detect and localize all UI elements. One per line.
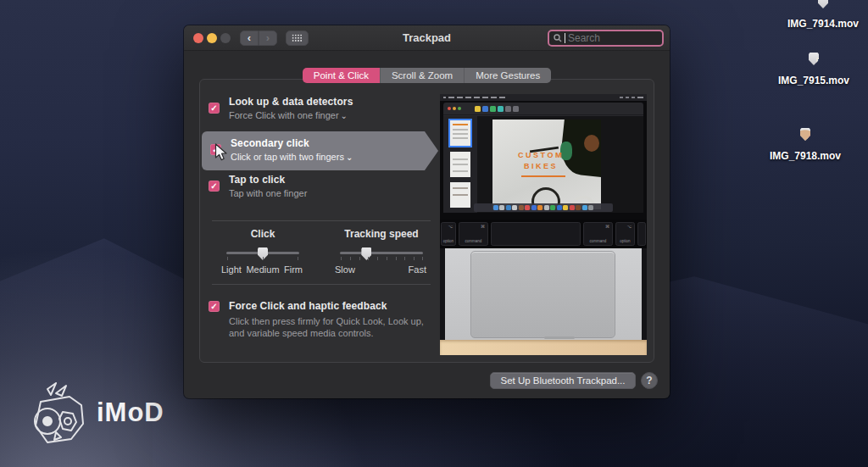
slider-ticks xyxy=(226,257,299,261)
tab-more-gestures[interactable]: More Gestures xyxy=(464,68,551,83)
setting-label: Secondary click xyxy=(231,137,353,149)
trackpad-preferences-window: ‹ › Trackpad Point & Click Scroll & Zoom… xyxy=(184,25,670,398)
demo-wooden-desk xyxy=(440,340,647,355)
setting-secondary-click: ✓ Secondary click Click or tap with two … xyxy=(210,137,353,162)
search-field[interactable] xyxy=(548,30,664,47)
slider-title: Click xyxy=(226,228,299,240)
setting-description: Click then press firmly for Quick Look, … xyxy=(229,315,431,340)
mouse-cursor xyxy=(214,143,228,162)
search-input[interactable] xyxy=(568,32,658,44)
video-thumbnail xyxy=(818,0,828,8)
tab-point-and-click[interactable]: Point & Click xyxy=(303,68,380,83)
titlebar[interactable]: ‹ › Trackpad xyxy=(184,25,670,51)
settings-panel: ✓ Look up & data detectors Force Click w… xyxy=(199,79,654,363)
video-thumbnail xyxy=(800,128,810,141)
desktop: IMG_7914.mov IMG_7915.mov IMG_7918.mov i… xyxy=(0,0,868,467)
setting-label: Look up & data detectors xyxy=(229,96,353,108)
demo-key-command-left: ⌘command xyxy=(459,222,488,246)
highlight-pointer xyxy=(425,131,438,170)
divider xyxy=(212,284,431,285)
setup-bluetooth-trackpad-button[interactable]: Set Up Bluetooth Trackpad... xyxy=(490,372,636,389)
text-caret xyxy=(565,33,565,43)
tracking-speed-slider: Tracking speed Slow Fast xyxy=(340,228,423,275)
demo-document: CUSTOM BIKES xyxy=(492,120,601,209)
setting-label: Force Click and haptic feedback xyxy=(229,300,431,312)
imod-watermark-text: iMoD xyxy=(97,398,164,428)
checkbox-look-up[interactable]: ✓ xyxy=(209,103,220,114)
slider-title: Tracking speed xyxy=(340,228,423,240)
desktop-file-img7915[interactable]: IMG_7915.mov xyxy=(765,57,863,86)
demo-spacebar xyxy=(491,222,581,246)
tab-scroll-and-zoom[interactable]: Scroll & Zoom xyxy=(380,68,464,83)
search-icon xyxy=(554,34,562,42)
file-label: IMG_7915.mov xyxy=(765,75,863,86)
setting-detail: Tap with one finger xyxy=(229,188,307,198)
desktop-file-img7914[interactable]: IMG_7914.mov xyxy=(774,0,868,30)
demo-document-area: CUSTOM BIKES xyxy=(477,116,643,213)
chevron-down-icon: ⌄ xyxy=(346,153,353,162)
tick-label-slow: Slow xyxy=(335,264,355,275)
tick-label-fast: Fast xyxy=(409,264,426,275)
setting-look-up: ✓ Look up & data detectors Force Click w… xyxy=(209,96,353,120)
setting-detail[interactable]: Force Click with one finger⌄ xyxy=(229,110,353,120)
demo-key-option-right: ⌥option xyxy=(615,222,635,246)
demo-toolbar xyxy=(443,103,643,115)
setting-detail[interactable]: Click or tap with two fingers⌄ xyxy=(231,152,353,162)
demo-menubar xyxy=(440,94,647,101)
demo-macbook-body xyxy=(440,248,647,340)
gesture-demo-video: CUSTOM BIKES ⌥option ⌘command ⌘command ⌥… xyxy=(440,94,647,355)
file-label: IMG_7914.mov xyxy=(774,18,868,30)
demo-pages-window: CUSTOM BIKES xyxy=(443,103,643,213)
demo-doc-title: CUSTOM BIKES xyxy=(492,150,589,172)
demo-dock xyxy=(474,203,613,212)
chevron-down-icon: ⌄ xyxy=(341,111,348,120)
demo-trackpad xyxy=(470,251,615,338)
gesture-tabs: Point & Click Scroll & Zoom More Gesture… xyxy=(184,68,670,83)
slider-ticks xyxy=(340,257,423,261)
checkbox-tap-to-click[interactable]: ✓ xyxy=(209,181,220,192)
demo-keyboard: ⌥option ⌘command ⌘command ⌥option xyxy=(440,220,647,248)
imod-owl-logo xyxy=(22,376,88,449)
imod-watermark: iMoD xyxy=(22,376,164,449)
file-label: IMG_7918.mov xyxy=(756,150,854,162)
setting-secondary-click-highlighted: ✓ Secondary click Click or tap with two … xyxy=(202,131,438,170)
demo-key-command-right: ⌘command xyxy=(583,222,613,246)
setting-label: Tap to click xyxy=(229,174,307,186)
slider-track[interactable] xyxy=(226,252,299,254)
video-thumbnail xyxy=(809,53,819,65)
help-button[interactable]: ? xyxy=(641,372,658,389)
setting-tap-to-click: ✓ Tap to click Tap with one finger xyxy=(209,174,307,198)
tick-label-firm: Firm xyxy=(284,264,303,275)
demo-page-thumbnails xyxy=(443,116,477,213)
click-pressure-slider: Click Light Medium Firm xyxy=(226,228,299,275)
setting-force-click: ✓ Force Click and haptic feedback Click … xyxy=(209,300,431,340)
slider-track[interactable] xyxy=(340,252,423,254)
divider xyxy=(212,220,431,221)
desktop-file-img7918[interactable]: IMG_7918.mov xyxy=(756,132,854,162)
checkbox-force-click[interactable]: ✓ xyxy=(209,301,220,312)
